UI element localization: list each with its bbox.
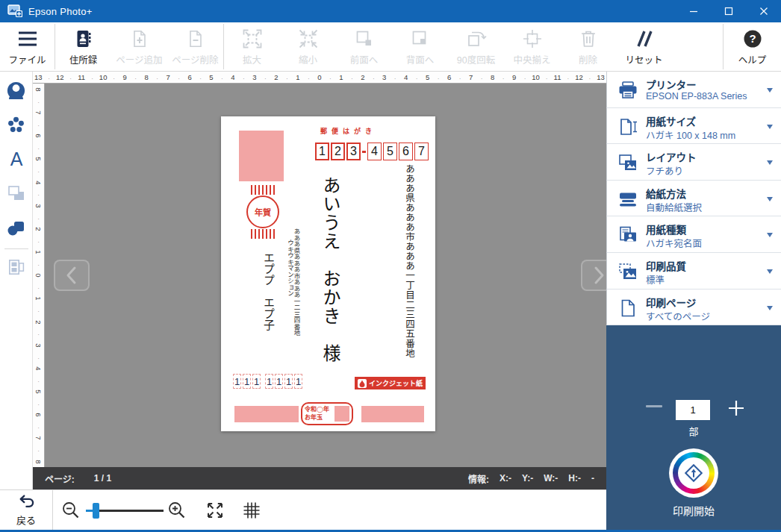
print-quality-icon <box>617 260 639 283</box>
grid-toggle-button[interactable] <box>242 501 261 520</box>
ruler-number: 3 <box>33 204 45 207</box>
zoom-slider-handle[interactable] <box>93 503 99 519</box>
ruler-left-numbers: 8.7.6.5.4.3.2.1.0.1.2.3.4.5.6.7.8 <box>33 84 45 467</box>
copies-plus-button[interactable] <box>726 398 746 418</box>
ruler-tick: . <box>281 74 292 81</box>
zoom-in-button[interactable] <box>167 501 187 520</box>
postal-digit-box: 4 <box>367 143 382 160</box>
prev-page-chevron[interactable] <box>54 260 90 291</box>
ruler-tick: . <box>455 74 465 81</box>
file-menu-label: ファイル <box>8 52 46 66</box>
frame-icon <box>7 184 26 205</box>
ruler-number: 7 <box>33 110 45 114</box>
chevron-down-icon <box>767 197 773 201</box>
info-label: 情報: <box>468 472 489 485</box>
ruler-number: 3 <box>249 73 260 81</box>
sidebar-item-frame[interactable] <box>1 178 32 212</box>
print-diamond-icon <box>678 457 709 489</box>
ruler-tick: . <box>108 74 119 81</box>
fit-to-screen-button[interactable] <box>205 501 225 520</box>
reset-button[interactable]: リセット <box>616 22 672 71</box>
delete-page-button: ページ削除 <box>167 22 223 71</box>
postal-digit-box: 6 <box>399 143 413 160</box>
setting-title: 用紙サイズ <box>646 113 696 128</box>
ruler-number: 1 <box>336 73 346 81</box>
sender-postal-boxes[interactable]: 1111111 <box>233 374 302 389</box>
page-remove-icon <box>186 28 205 50</box>
ruler-tick: . <box>43 74 54 81</box>
recipient-name[interactable]: あいうえ おかき 様 <box>321 176 339 385</box>
file-menu-button[interactable]: ファイル <box>0 22 55 71</box>
minimize-button[interactable] <box>676 0 711 22</box>
ruler-number: 12 <box>55 73 65 81</box>
postcard-preview[interactable]: 年賀 郵便はがき 1234567 あああ県あああ市あああ一丁目二三四五番地 あい… <box>221 116 435 431</box>
setting-printer[interactable]: プリンター EPSON EP-883A Series <box>606 72 781 108</box>
ruler-number: 4 <box>33 366 45 370</box>
address-book-button[interactable]: 住所録 <box>55 22 111 71</box>
help-button[interactable]: ? ヘルプ <box>724 22 781 71</box>
postcard-header: 郵便はがき <box>320 126 376 136</box>
inkjet-label: インクジェット紙 <box>369 378 423 388</box>
enlarge-icon <box>242 28 263 50</box>
app-window: Epson Photo+ ファイル 住所録 ページ追加 ページ削除 拡大 <box>0 0 781 532</box>
rotate-90-icon <box>466 28 487 50</box>
zoom-slider[interactable] <box>86 510 164 512</box>
shrink-label: 縮小 <box>299 52 317 66</box>
sidebar-item-stamp[interactable] <box>1 212 32 246</box>
maximize-button[interactable] <box>711 0 746 22</box>
setting-paper-feed[interactable]: 給紙方法 自動給紙選択 <box>606 181 781 217</box>
close-button[interactable] <box>746 0 781 22</box>
ruler-number: 3 <box>33 343 45 347</box>
postal-code-boxes[interactable]: 1234567 <box>315 143 429 160</box>
ruler-tick: . <box>520 74 530 81</box>
sidebar-item-layout[interactable] <box>1 251 32 286</box>
lottery-strip-right <box>361 406 424 422</box>
sender-postal-digit-box: 1 <box>233 374 241 389</box>
back-button[interactable]: 戻る <box>0 490 53 531</box>
back-arrow-icon <box>16 494 37 512</box>
setting-print-quality[interactable]: 印刷品質 標準 <box>606 253 781 290</box>
sender-name[interactable]: エププ エプ子 <box>263 252 274 364</box>
ruler-number: 13 <box>595 73 606 81</box>
sender-address[interactable]: あああ県あああ市あああ一二三四番地 ウキウキマンション <box>287 228 299 355</box>
setting-paper-size[interactable]: 用紙サイズ ハガキ 100 x 148 mm <box>606 108 781 145</box>
postal-digit-box: 7 <box>414 143 429 160</box>
ruler-tick: . <box>260 74 270 81</box>
ruler-tick: . <box>37 96 39 107</box>
copies-unit-label: 部 <box>606 424 781 438</box>
print-start-button[interactable] <box>669 448 718 498</box>
setting-layout[interactable]: レイアウト フチあり <box>606 144 781 181</box>
sidebar-item-decoration[interactable] <box>1 109 32 143</box>
copies-input[interactable] <box>676 400 710 420</box>
setting-title: レイアウト <box>646 149 697 164</box>
recipient-address[interactable]: あああ県あああ市あああ一丁目二三四五番地 <box>405 164 414 358</box>
ruler-number: 10 <box>98 73 108 81</box>
sidebar-item-profile[interactable] <box>1 75 32 109</box>
sidebar-item-text[interactable]: A <box>1 143 32 178</box>
postmark-bars <box>243 229 282 239</box>
ruler-tick: . <box>585 74 595 81</box>
page-add-icon <box>130 28 149 50</box>
person-icon <box>6 81 26 104</box>
canvas[interactable]: 年賀 郵便はがき 1234567 あああ県あああ市あああ一丁目二三四五番地 あい… <box>45 84 606 467</box>
window-title: Epson Photo+ <box>28 6 93 17</box>
send-back-icon <box>411 28 430 50</box>
sidebar-divider <box>4 248 28 249</box>
copies-minus-button[interactable] <box>646 405 662 407</box>
ruler-tick: . <box>152 74 162 81</box>
sender-postal-digit-box: 1 <box>275 374 283 389</box>
ruler-number: 1 <box>293 73 303 81</box>
next-page-chevron[interactable] <box>581 260 606 291</box>
ruler-tick: . <box>65 74 75 81</box>
setting-paper-type[interactable]: 用紙種類 ハガキ宛名面 <box>606 216 781 253</box>
zoom-out-button[interactable] <box>61 501 81 520</box>
center-align-label: 中央揃え <box>513 52 550 66</box>
sender-postal-digit-box: 1 <box>265 374 273 389</box>
setting-value: EPSON EP-883A Series <box>646 91 747 101</box>
sender-postal-digit-box: 1 <box>294 374 302 389</box>
ruler-tick: . <box>541 74 552 81</box>
setting-title: 給紙方法 <box>646 186 686 201</box>
setting-print-pages[interactable]: 印刷ページ すべてのページ <box>606 290 781 326</box>
setting-value: フチあり <box>646 163 683 178</box>
chevron-down-icon <box>767 306 773 310</box>
